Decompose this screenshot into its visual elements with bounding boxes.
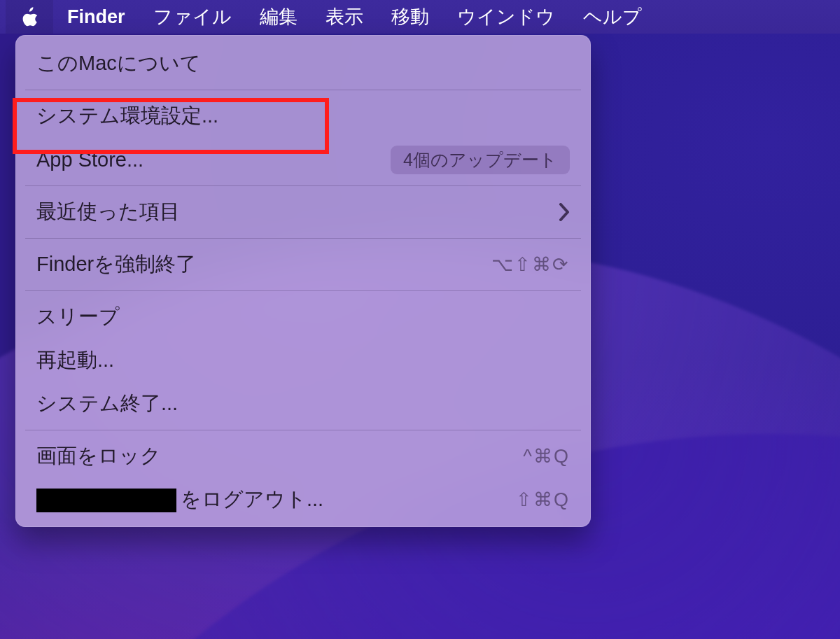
menu-item-sleep[interactable]: スリープ <box>15 295 591 339</box>
menu-item-about-this-mac[interactable]: このMacについて <box>15 42 591 85</box>
app-store-update-badge: 4個のアップデート <box>391 146 570 174</box>
menu-item-label: Finderを強制終了 <box>36 251 196 279</box>
redacted-username <box>36 489 176 512</box>
menu-item-system-preferences[interactable]: システム環境設定... <box>15 94 591 138</box>
menu-item-shortcut: ⇧⌘Q <box>516 489 570 511</box>
menu-item-label: システム環境設定... <box>36 102 218 130</box>
menubar-item-help[interactable]: ヘルプ <box>569 0 656 34</box>
menu-item-restart[interactable]: 再起動... <box>15 339 591 382</box>
chevron-right-icon <box>559 203 570 221</box>
menu-item-label: 画面をロック <box>36 442 161 470</box>
apple-menu-button[interactable] <box>6 0 53 34</box>
menu-item-label: システム終了... <box>36 390 178 418</box>
menubar-app-name[interactable]: Finder <box>53 0 139 34</box>
menu-item-force-quit[interactable]: Finderを強制終了 ⌥⇧⌘⟳ <box>15 243 591 286</box>
menu-item-app-store[interactable]: App Store... 4個のアップデート <box>15 138 591 181</box>
menu-item-label: このMacについて <box>36 50 201 78</box>
menu-separator <box>25 90 581 90</box>
menu-item-label: スリープ <box>36 303 120 331</box>
menubar-item-edit[interactable]: 編集 <box>246 0 312 34</box>
menu-item-lock-screen[interactable]: 画面をロック ^⌘Q <box>15 435 591 478</box>
menu-item-shortcut: ⌥⇧⌘⟳ <box>491 253 570 276</box>
menu-item-logout[interactable]: をログアウト... ⇧⌘Q <box>15 478 591 521</box>
menu-separator <box>25 290 581 291</box>
menu-separator <box>25 185 581 186</box>
menubar-item-window[interactable]: ウインドウ <box>443 0 569 34</box>
menu-separator <box>25 430 581 430</box>
menu-separator <box>25 238 581 239</box>
menu-item-shortcut: ^⌘Q <box>523 445 570 468</box>
menu-item-label: 最近使った項目 <box>36 198 180 226</box>
menubar-item-view[interactable]: 表示 <box>312 0 377 34</box>
menu-item-label: 再起動... <box>36 346 114 374</box>
apple-menu-dropdown: このMacについて システム環境設定... App Store... 4個のアッ… <box>15 35 591 527</box>
menubar-item-go[interactable]: 移動 <box>377 0 443 34</box>
menu-item-label: をログアウト... <box>36 486 323 514</box>
menu-item-label: App Store... <box>36 148 144 171</box>
menu-item-shutdown[interactable]: システム終了... <box>15 382 591 426</box>
menubar-item-file[interactable]: ファイル <box>139 0 246 34</box>
menu-bar: Finder ファイル 編集 表示 移動 ウインドウ ヘルプ <box>0 0 840 34</box>
menu-item-recent-items[interactable]: 最近使った項目 <box>15 190 591 234</box>
